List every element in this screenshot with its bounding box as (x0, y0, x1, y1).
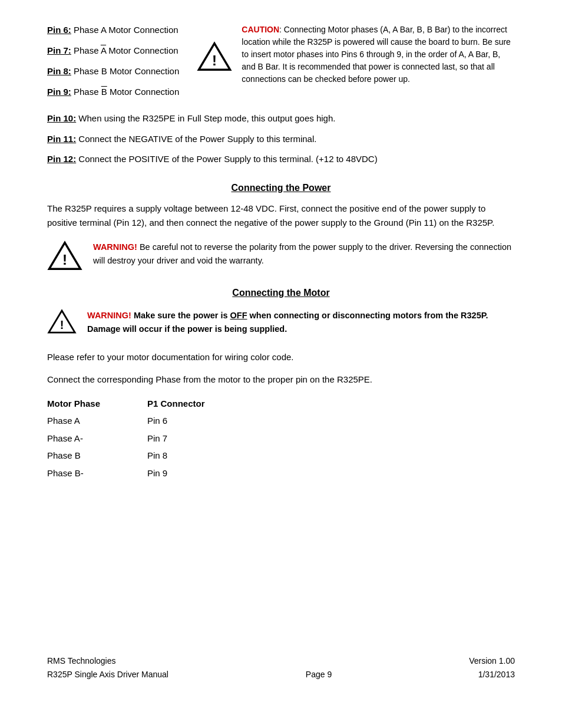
table-header-row: Motor Phase P1 Connector (47, 395, 252, 413)
table-cell-phase-b: Phase B (47, 447, 147, 465)
pin10-text: When using the R325PE in Full Step mode,… (76, 113, 335, 123)
page: Pin 6: Phase A Motor Connection Pin 7: P… (0, 0, 562, 728)
table-cell-pin8: Pin 8 (147, 447, 252, 465)
pin7-item: Pin 7: Phase A Motor Connection (47, 44, 179, 57)
motor-off-word: OFF (230, 311, 247, 320)
power-warning-keyword: WARNING! (93, 242, 137, 252)
motor-para1: Please refer to your motor documentation… (47, 350, 515, 364)
pin10-label: Pin 10: (47, 113, 76, 123)
svg-text:!: ! (60, 318, 64, 331)
footer-version: Version 1.00 (469, 654, 515, 667)
table-row: Phase B- Pin 9 (47, 465, 252, 482)
power-warning-triangle-icon: ! (47, 241, 82, 271)
table-header-phase: Motor Phase (47, 395, 147, 413)
pin11-item: Pin 11: Connect the NEGATIVE of the Powe… (47, 133, 515, 146)
power-warning-body: Be careful not to reverse the polarity f… (93, 242, 511, 265)
pin7-label: Pin 7: (47, 45, 71, 55)
footer-date: 1/31/2013 (469, 668, 515, 681)
table-cell-pin6: Pin 6 (147, 412, 252, 430)
warning-triangle-icon: ! (197, 41, 232, 72)
pin6-item: Pin 6: Phase A Motor Connection (47, 24, 179, 36)
table-cell-pin7: Pin 7 (147, 430, 252, 447)
motor-warning-bold1: Make sure the power is OFF when connecti… (87, 311, 488, 334)
caution-body: : Connecting Motor phases (A, A Bar, B, … (242, 25, 511, 84)
pin-section: Pin 6: Phase A Motor Connection Pin 7: P… (47, 24, 515, 106)
svg-text:!: ! (62, 252, 67, 268)
pin11-text: Connect the NEGATIVE of the Power Supply… (76, 134, 316, 144)
pin9-text: Phase B Motor Connection (71, 87, 179, 97)
footer-manual: R325P Single Axis Driver Manual (47, 668, 168, 681)
motor-warning-keyword: WARNING! (87, 311, 131, 320)
motor-warning-block: ! WARNING! Make sure the power is OFF wh… (47, 309, 515, 336)
svg-text:!: ! (212, 52, 217, 68)
pin6-text: Phase A Motor Connection (71, 25, 178, 35)
pin11-label: Pin 11: (47, 134, 76, 144)
caution-section: ! CAUTION: Connecting Motor phases (A, A… (197, 24, 515, 106)
caution-icon-wrap: ! (197, 41, 232, 74)
pin-list: Pin 6: Phase A Motor Connection Pin 7: P… (47, 24, 179, 106)
pin9-bar-b: B (101, 87, 107, 97)
motor-warning-triangle-icon: ! (47, 309, 77, 334)
power-warning-text: WARNING! Be careful not to reverse the p… (93, 241, 515, 268)
caution-text-block: CAUTION: Connecting Motor phases (A, A B… (242, 24, 515, 85)
connecting-power-paragraph: The R325P requires a supply voltage betw… (47, 202, 515, 230)
table-cell-phase-b-minus: Phase B- (47, 465, 147, 482)
footer-company: RMS Technologies (47, 654, 168, 667)
footer-page: Page 9 (306, 668, 332, 681)
motor-warning-text: WARNING! Make sure the power is OFF when… (87, 309, 515, 336)
footer-center: Page 9 (306, 668, 332, 681)
table-cell-phase-a: Phase A (47, 412, 147, 430)
table-row: Phase A- Pin 7 (47, 430, 252, 447)
table-cell-pin9: Pin 9 (147, 465, 252, 482)
pin7-bar-a: A (101, 45, 106, 55)
table-row: Phase B Pin 8 (47, 447, 252, 465)
pin8-text: Phase B Motor Connection (71, 66, 179, 76)
pin6-label: Pin 6: (47, 25, 71, 35)
connecting-power-title: Connecting the Power (47, 183, 515, 193)
pin12-label: Pin 12: (47, 154, 76, 164)
footer-left: RMS Technologies R325P Single Axis Drive… (47, 654, 168, 681)
connecting-motor-title: Connecting the Motor (47, 288, 515, 298)
pin10-item: Pin 10: When using the R325PE in Full St… (47, 112, 515, 126)
pin8-label: Pin 8: (47, 66, 71, 76)
pin9-item: Pin 9: Phase B Motor Connection (47, 85, 179, 98)
caution-keyword: CAUTION (242, 25, 279, 34)
pin8-item: Pin 8: Phase B Motor Connection (47, 65, 179, 77)
content: Pin 6: Phase A Motor Connection Pin 7: P… (47, 24, 515, 631)
pin7-text: Phase A Motor Connection (71, 45, 178, 55)
power-warning-block: ! WARNING! Be careful not to reverse the… (47, 241, 515, 271)
pin9-label: Pin 9: (47, 87, 71, 97)
footer: RMS Technologies R325P Single Axis Drive… (47, 631, 515, 681)
table-cell-phase-a-minus: Phase A- (47, 430, 147, 447)
footer-right: Version 1.00 1/31/2013 (469, 654, 515, 681)
table-header-connector: P1 Connector (147, 395, 252, 413)
pin12-text: Connect the POSITIVE of the Power Supply… (76, 154, 378, 164)
motor-para2: Connect the corresponding Phase from the… (47, 373, 515, 387)
table-row: Phase A Pin 6 (47, 412, 252, 430)
motor-table: Motor Phase P1 Connector Phase A Pin 6 P… (47, 395, 252, 482)
pin12-item: Pin 12: Connect the POSITIVE of the Powe… (47, 153, 515, 166)
